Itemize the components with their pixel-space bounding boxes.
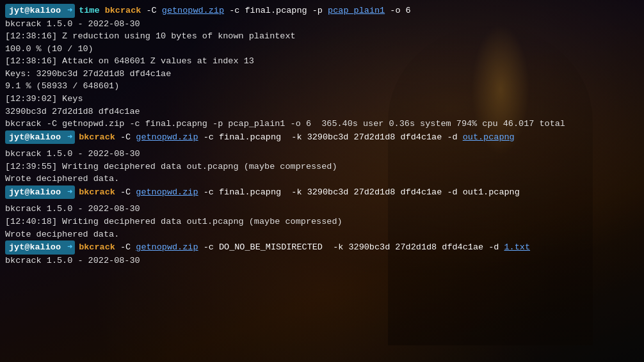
prompt-line: jyt@kalioo ➜ bkcrack -C getnopwd.zip -c … — [5, 130, 639, 145]
cmd-part: -c final.pcapng -p — [224, 4, 328, 17]
cmd-part: getnopwd.zip — [162, 4, 224, 17]
prompt-arrow-icon: ➜ — [65, 4, 75, 18]
cmd-part: bkcrack — [79, 131, 115, 144]
cmd-part: getnopwd.zip — [136, 241, 198, 254]
prompt-user: jyt@kalioo — [5, 130, 65, 145]
prompt-arrow-icon: ➜ — [65, 130, 75, 145]
cmd-part: -o 6 — [385, 4, 411, 17]
terminal-overlay: jyt@kalioo ➜ time bkcrack -C getnopwd.zi… — [0, 0, 644, 362]
cmd-part: getnopwd.zip — [136, 186, 198, 199]
terminal-line: 3290bc3d 27d2d1d8 dfd4c1ae — [5, 106, 639, 118]
prompt-line: jyt@kalioo ➜ bkcrack -C getnopwd.zip -c … — [5, 240, 639, 255]
terminal-line: [12:40:18] Writing deciphered data out1.… — [5, 216, 639, 228]
terminal-line: [12:38:16] Attack on 648601 Z values at … — [5, 55, 639, 68]
prompt-arrow-icon: ➜ — [65, 185, 75, 200]
prompt-user: jyt@kalioo — [5, 4, 65, 18]
terminal-line: Keys: 3290bc3d 27d2d1d8 dfd4c1ae — [5, 68, 639, 81]
cmd-part: 1.txt — [504, 241, 531, 254]
cmd-part: out.pcapng — [463, 131, 515, 144]
cmd-part: bkcrack — [79, 186, 115, 199]
prompt-line: jyt@kalioo ➜ bkcrack -C getnopwd.zip -c … — [5, 185, 639, 200]
terminal-line: 9.1 % (58933 / 648601) — [5, 80, 639, 93]
terminal-line: bkcrack 1.5.0 - 2022-08-30 — [5, 148, 639, 161]
prompt-user: jyt@kalioo — [5, 185, 65, 200]
terminal-line: 100.0 % (10 / 10) — [5, 43, 639, 56]
terminal-line: [12:39:55] Writing deciphered data out.p… — [5, 161, 639, 173]
terminal-line: [12:39:02] Keys — [5, 93, 639, 106]
cmd-part: -c DO_NO_BE_MISDIRECTED -k 3290bc3d 27d2… — [198, 241, 504, 254]
terminal-line: bkcrack -C getnopwd.zip -c final.pcapng … — [5, 118, 639, 130]
cmd-part: pcap_plain1 — [328, 4, 385, 17]
cmd-part: -C — [141, 4, 161, 17]
terminal-line: Wrote deciphered data. — [5, 228, 639, 241]
cmd-part: getnopwd.zip — [136, 131, 198, 144]
cmd-part: time — [79, 4, 105, 17]
terminal-line: bkcrack 1.5.0 - 2022-08-30 — [5, 255, 639, 267]
cmd-part: -c final.pcapng -k 3290bc3d 27d2d1d8 dfd… — [198, 186, 520, 199]
cmd-part: bkcrack — [79, 241, 115, 254]
terminal-line: bkcrack 1.5.0 - 2022-08-30 — [5, 18, 639, 31]
prompt-user: jyt@kalioo — [5, 240, 65, 255]
cmd-part: -C — [115, 186, 136, 199]
cmd-part: -C — [115, 241, 136, 254]
terminal-window: jyt@kalioo ➜ time bkcrack -C getnopwd.zi… — [0, 0, 644, 362]
terminal-line: bkcrack 1.5.0 - 2022-08-30 — [5, 203, 639, 216]
cmd-part: bkcrack — [105, 4, 141, 17]
terminal-line: Wrote deciphered data. — [5, 173, 639, 185]
cmd-part: -C — [115, 131, 136, 144]
terminal-line: [12:38:16] Z reduction using 10 bytes of… — [5, 30, 639, 43]
prompt-arrow-icon: ➜ — [65, 240, 75, 255]
prompt-line: jyt@kalioo ➜ time bkcrack -C getnopwd.zi… — [5, 4, 639, 18]
cmd-part: -c final.pcapng -k 3290bc3d 27d2d1d8 dfd… — [198, 131, 463, 144]
